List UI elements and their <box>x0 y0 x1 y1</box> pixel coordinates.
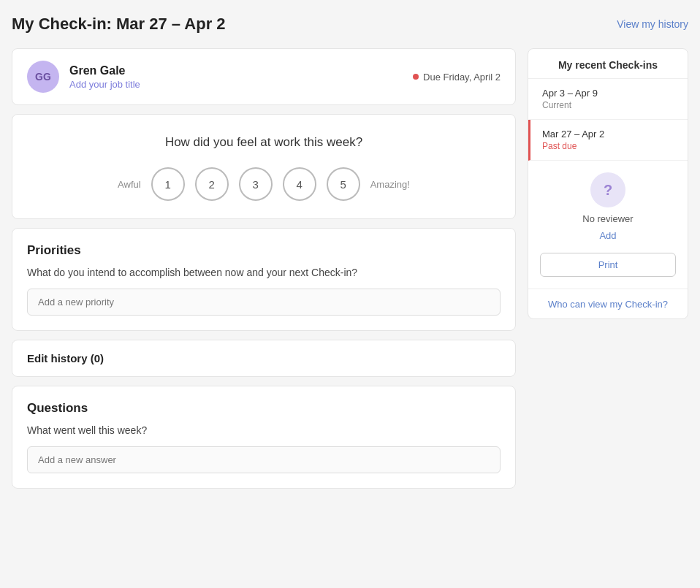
awful-label: Awful <box>118 179 141 190</box>
edit-history-card: Edit history (0) <box>12 340 516 377</box>
questions-card: Questions What went well this week? <box>12 386 516 489</box>
mood-option-5[interactable]: 5 <box>327 167 360 201</box>
recent-checkins-card: My recent Check-ins Apr 3 – Apr 9 Curren… <box>528 48 688 319</box>
avatar: GG <box>27 61 59 93</box>
due-label: Due Friday, April 2 <box>423 72 501 83</box>
mood-option-1[interactable]: 1 <box>151 167 185 201</box>
add-reviewer-link[interactable]: Add <box>599 230 616 241</box>
user-info: GG Gren Gale Add your job title <box>27 61 140 93</box>
amazing-label: Amazing! <box>370 179 410 190</box>
checkin-date-pastdue: Mar 27 – Apr 2 <box>542 129 676 140</box>
answer-input[interactable] <box>27 446 501 473</box>
who-can-view-section: Who can view my Check-in? <box>528 289 688 318</box>
checkin-item-current: Apr 3 – Apr 9 Current <box>528 79 688 120</box>
mood-option-2[interactable]: 2 <box>195 167 229 201</box>
header-row: My Check-in: Mar 27 – Apr 2 View my hist… <box>12 15 688 34</box>
edit-history-label: Edit history (0) <box>27 352 104 364</box>
priorities-subtitle: What do you intend to accomplish between… <box>27 267 501 278</box>
checkin-date-current: Apr 3 – Apr 9 <box>542 88 676 99</box>
user-card: GG Gren Gale Add your job title Due Frid… <box>12 48 516 105</box>
priorities-title: Priorities <box>27 243 501 258</box>
priority-input[interactable] <box>27 289 501 316</box>
question-text: What went well this week? <box>27 424 501 436</box>
reviewer-section: ? No reviewer Add <box>528 161 688 253</box>
left-column: GG Gren Gale Add your job title Due Frid… <box>12 48 516 489</box>
page-title: My Check-in: Mar 27 – Apr 2 <box>12 15 226 34</box>
recent-checkins-title: My recent Check-ins <box>528 49 688 79</box>
mood-option-4[interactable]: 4 <box>283 167 316 201</box>
user-details: Gren Gale Add your job title <box>69 64 140 90</box>
mood-question: How did you feel at work this week? <box>27 135 501 150</box>
checkin-status-pastdue: Past due <box>542 141 676 151</box>
checkin-item-pastdue[interactable]: Mar 27 – Apr 2 Past due <box>528 120 688 161</box>
print-button[interactable]: Print <box>540 253 676 277</box>
due-dot <box>413 74 419 80</box>
mood-scale: Awful 1 2 3 4 5 Amazing! <box>27 167 501 201</box>
no-reviewer-label: No reviewer <box>582 213 633 224</box>
right-column: My recent Check-ins Apr 3 – Apr 9 Curren… <box>528 48 688 319</box>
questions-title: Questions <box>27 401 501 416</box>
mood-card: How did you feel at work this week? Awfu… <box>12 114 516 219</box>
checkin-status-current: Current <box>542 100 676 110</box>
user-name: Gren Gale <box>69 64 140 77</box>
who-can-view-link[interactable]: Who can view my Check-in? <box>548 299 668 310</box>
view-history-link[interactable]: View my history <box>617 18 688 30</box>
mood-option-3[interactable]: 3 <box>239 167 273 201</box>
due-badge: Due Friday, April 2 <box>413 72 501 83</box>
user-job-title[interactable]: Add your job title <box>69 79 140 90</box>
main-content: GG Gren Gale Add your job title Due Frid… <box>12 48 688 489</box>
reviewer-avatar: ? <box>590 172 625 207</box>
priorities-card: Priorities What do you intend to accompl… <box>12 228 516 331</box>
